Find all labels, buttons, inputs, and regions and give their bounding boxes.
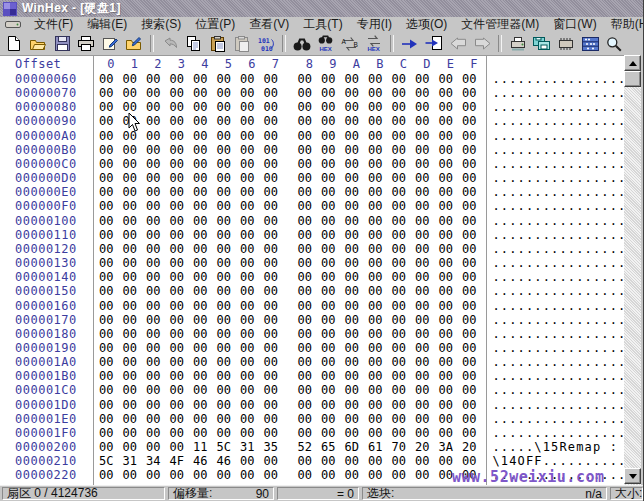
hex-byte[interactable]: 00 (99, 327, 123, 341)
hex-byte[interactable]: 00 (321, 86, 345, 100)
hex-byte[interactable]: 00 (170, 383, 194, 397)
hex-byte[interactable]: 00 (368, 171, 392, 185)
hex-byte[interactable]: 00 (415, 199, 439, 213)
hex-byte[interactable]: 00 (321, 185, 345, 199)
hex-byte[interactable]: 00 (321, 114, 345, 128)
hex-byte[interactable]: 00 (123, 171, 147, 185)
hex-byte[interactable]: 00 (217, 114, 241, 128)
hex-byte[interactable]: 00 (298, 383, 322, 397)
hex-byte[interactable]: 00 (321, 341, 345, 355)
hex-byte[interactable]: 00 (439, 114, 463, 128)
hex-byte[interactable]: 00 (462, 72, 486, 86)
hex-byte[interactable]: 00 (415, 412, 439, 426)
hex-byte[interactable]: 00 (240, 270, 264, 284)
hex-byte[interactable]: 00 (217, 327, 241, 341)
menu-item-5[interactable]: 工具(T) (296, 16, 349, 33)
hex-byte[interactable]: 00 (368, 398, 392, 412)
back-icon[interactable] (446, 33, 470, 54)
hex-byte[interactable]: 00 (345, 454, 369, 468)
vertical-scrollbar[interactable] (624, 55, 641, 485)
hex-byte[interactable]: 00 (170, 242, 194, 256)
hex-byte[interactable]: 00 (439, 398, 463, 412)
hex-byte[interactable]: 00 (298, 327, 322, 341)
ascii-text[interactable]: ................ (493, 256, 625, 270)
hex-byte[interactable]: 52 (298, 440, 322, 454)
hex-byte[interactable]: 00 (392, 369, 416, 383)
hex-byte[interactable]: 00 (321, 398, 345, 412)
hex-byte[interactable]: 00 (345, 199, 369, 213)
ascii-text[interactable]: ................ (493, 129, 625, 143)
hex-byte[interactable]: 00 (146, 412, 170, 426)
hex-byte[interactable]: 00 (217, 383, 241, 397)
menu-item-1[interactable]: 编辑(E) (80, 16, 134, 33)
hex-byte[interactable]: 00 (193, 383, 217, 397)
hex-byte[interactable]: 00 (415, 468, 439, 482)
hex-byte[interactable]: 00 (240, 468, 264, 482)
hex-byte[interactable]: 00 (123, 327, 147, 341)
hex-byte[interactable]: 00 (217, 412, 241, 426)
hex-byte[interactable]: 00 (170, 355, 194, 369)
hex-byte[interactable]: 00 (193, 341, 217, 355)
hex-byte[interactable]: 00 (240, 313, 264, 327)
replace-hex-icon[interactable]: HEX (362, 33, 386, 54)
hex-byte[interactable]: 00 (439, 313, 463, 327)
hex-byte[interactable]: 00 (217, 299, 241, 313)
hex-byte[interactable]: 00 (368, 270, 392, 284)
hex-byte[interactable]: 00 (462, 284, 486, 298)
hex-byte[interactable]: 00 (264, 242, 288, 256)
hex-byte[interactable]: 00 (345, 327, 369, 341)
hex-byte[interactable]: 00 (345, 214, 369, 228)
ascii-text[interactable]: \14OFF.......... (493, 454, 625, 468)
undo-icon[interactable] (158, 33, 182, 54)
hex-byte[interactable]: 00 (146, 398, 170, 412)
hex-byte[interactable]: 00 (368, 412, 392, 426)
hex-byte[interactable]: 00 (439, 341, 463, 355)
hex-byte[interactable]: 46 (217, 454, 241, 468)
scroll-down-button[interactable] (624, 468, 641, 484)
hex-byte[interactable]: 00 (193, 426, 217, 440)
hex-byte[interactable]: 00 (193, 86, 217, 100)
hex-byte[interactable]: 00 (462, 143, 486, 157)
hex-byte[interactable]: 00 (123, 228, 147, 242)
hex-byte[interactable]: 00 (439, 327, 463, 341)
hex-byte[interactable]: 00 (368, 341, 392, 355)
hex-byte[interactable]: 00 (123, 256, 147, 270)
ascii-text[interactable]: ................ (493, 100, 625, 114)
hex-byte[interactable]: 00 (264, 355, 288, 369)
hex-byte[interactable]: 00 (368, 157, 392, 171)
hex-byte[interactable]: 00 (193, 129, 217, 143)
hex-byte[interactable]: 00 (415, 369, 439, 383)
hex-byte[interactable]: 00 (99, 468, 123, 482)
hex-byte[interactable]: 00 (345, 412, 369, 426)
hex-byte[interactable]: 00 (123, 398, 147, 412)
hex-byte[interactable]: 00 (439, 171, 463, 185)
hex-byte[interactable]: 00 (99, 114, 123, 128)
hex-byte[interactable]: 00 (345, 270, 369, 284)
hex-byte[interactable]: 00 (146, 143, 170, 157)
hex-byte[interactable]: 00 (415, 256, 439, 270)
hex-byte[interactable]: 00 (146, 383, 170, 397)
hex-byte[interactable]: 00 (392, 72, 416, 86)
hex-byte[interactable]: 00 (392, 284, 416, 298)
print-icon[interactable] (74, 33, 98, 54)
hex-byte[interactable]: 00 (170, 341, 194, 355)
hex-byte[interactable]: 00 (368, 143, 392, 157)
ascii-text[interactable]: ................ (493, 355, 625, 369)
hex-byte[interactable]: 00 (99, 199, 123, 213)
hex-byte[interactable]: 00 (368, 369, 392, 383)
hex-byte[interactable]: 00 (298, 426, 322, 440)
hex-byte[interactable]: 00 (146, 171, 170, 185)
open-file-icon[interactable] (26, 33, 50, 54)
hex-byte[interactable]: 00 (321, 426, 345, 440)
ascii-text[interactable]: ................ (493, 228, 625, 242)
hex-byte[interactable]: 00 (170, 327, 194, 341)
ascii-text[interactable]: ................ (493, 270, 625, 284)
hex-byte[interactable]: 3A (439, 440, 463, 454)
hex-byte[interactable]: 00 (368, 185, 392, 199)
hex-byte[interactable]: 00 (99, 412, 123, 426)
hex-byte[interactable]: 00 (99, 341, 123, 355)
hex-byte[interactable]: 00 (415, 114, 439, 128)
hex-byte[interactable]: 00 (146, 313, 170, 327)
hex-byte[interactable]: 00 (217, 72, 241, 86)
hex-byte[interactable]: 00 (439, 242, 463, 256)
